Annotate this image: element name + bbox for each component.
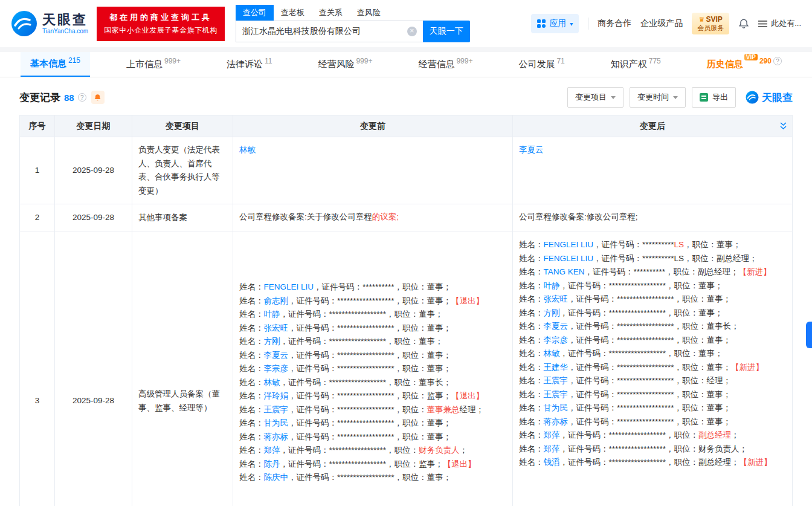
- person-entry: 姓名：甘为民，证件号码：******************，职位：董事；: [239, 417, 506, 430]
- nav-tab-count: 290: [759, 57, 772, 65]
- person-name-link[interactable]: FENGLEI LIU: [544, 254, 594, 263]
- person-name-link[interactable]: 甘为民: [544, 403, 569, 412]
- person-entry: 姓名：蒋亦标，证件号码：******************，职位：董事；: [239, 430, 506, 444]
- change-tag: 【退出】: [451, 296, 484, 305]
- person-name-link[interactable]: 方刚: [264, 337, 280, 346]
- header-change-item: 变更项目: [132, 115, 233, 137]
- cell-after: 李夏云: [513, 137, 793, 204]
- person-name-link[interactable]: 李夏云: [264, 351, 289, 360]
- cell-change-item: 高级管理人员备案（董事、监事、经理等）: [132, 232, 233, 506]
- nav-tab[interactable]: 历史信息VIP290?: [697, 52, 791, 77]
- nav-tab[interactable]: 法律诉讼11: [217, 52, 282, 77]
- info-icon[interactable]: ?: [773, 57, 782, 65]
- search-tab[interactable]: 查关系: [312, 5, 350, 21]
- person-name-link[interactable]: 林敏: [544, 349, 560, 358]
- search-input[interactable]: [236, 21, 423, 42]
- person-entry: 姓名：叶静，证件号码：******************，职位：董事；: [519, 279, 786, 293]
- person-entry: 姓名：李宗彦，证件号码：******************，职位：董事；: [239, 362, 506, 376]
- nav-tab[interactable]: 经营信息999+: [408, 52, 482, 77]
- person-name-link[interactable]: 甘为民: [264, 418, 289, 427]
- cell-before: 公司章程修改备案:关于修改公司章程的议案;: [233, 204, 513, 232]
- person-entry: 姓名：王震宇，证件号码：******************，职位：经理；: [519, 374, 786, 388]
- crown-icon: ♛: [699, 16, 705, 23]
- hamburger-icon: [758, 20, 767, 28]
- section-header: 变更记录 88 ? 变更项目 变更时间 导出 天眼查: [19, 87, 793, 108]
- more-label: 此处有...: [771, 18, 801, 29]
- nav-tabs: 基本信息215上市信息999+法律诉讼11经营风险999+经营信息999+公司发…: [0, 52, 812, 77]
- apps-label: 应用: [549, 18, 566, 29]
- person-name-link[interactable]: 林敏: [264, 378, 280, 387]
- person-name-link[interactable]: 蒋亦标: [264, 432, 289, 441]
- vip-badge: VIP: [744, 54, 758, 60]
- table-row: 22025-09-28其他事项备案公司章程修改备案:关于修改公司章程的议案;公司…: [20, 204, 793, 232]
- section-count: 88: [64, 92, 74, 103]
- person-name-link[interactable]: 王震宇: [544, 376, 569, 385]
- person-name-link[interactable]: 李宗彦: [544, 336, 569, 345]
- cell-before: 林敏: [233, 137, 513, 204]
- filter-change-time-dropdown[interactable]: 变更时间: [630, 87, 686, 108]
- person-name-link[interactable]: 王建华: [544, 363, 569, 372]
- person-name-link[interactable]: FENGLEI LIU: [544, 240, 594, 249]
- side-widget[interactable]: [806, 322, 812, 348]
- person-name-link[interactable]: 陈丹: [264, 459, 280, 469]
- enterprise-link[interactable]: 企业级产品: [640, 18, 683, 29]
- tianyancha-logo[interactable]: 天眼查 TianYanCha.com: [11, 10, 88, 37]
- apps-menu[interactable]: 应用 ▾: [531, 14, 579, 33]
- biz-coop-link[interactable]: 商务合作: [598, 18, 631, 29]
- export-button[interactable]: 导出: [692, 87, 736, 108]
- nav-tab[interactable]: 经营风险999+: [308, 52, 382, 77]
- person-name-link[interactable]: 方刚: [544, 308, 560, 317]
- person-name-link[interactable]: 泮玲娟: [264, 391, 289, 400]
- subscribe-bell-icon[interactable]: [91, 91, 105, 104]
- person-name-link[interactable]: 蒋亦标: [544, 417, 569, 426]
- after-link[interactable]: 李夏云: [519, 145, 544, 154]
- notification-bell-icon[interactable]: [738, 19, 749, 29]
- person-name-link[interactable]: 叶静: [544, 281, 560, 290]
- help-icon[interactable]: ?: [78, 93, 86, 102]
- person-name-link[interactable]: 郑萍: [264, 446, 280, 455]
- search-tab[interactable]: 查风险: [350, 5, 388, 21]
- person-entry: 姓名：郑萍，证件号码：******************，职位：副总经理；: [519, 429, 786, 443]
- person-name-link[interactable]: 郑萍: [544, 430, 560, 440]
- person-entry: 姓名：FENGLEI LIU，证件号码：**********，职位：董事；: [239, 281, 506, 294]
- person-name-link[interactable]: 张宏旺: [264, 323, 289, 332]
- nav-tab[interactable]: 知识产权775: [601, 52, 671, 77]
- search-button[interactable]: 天眼一下: [423, 21, 470, 42]
- before-link[interactable]: 林敏: [239, 145, 256, 154]
- person-name-link[interactable]: TANG KEN: [544, 267, 585, 276]
- cell-before: 姓名：FENGLEI LIU，证件号码：**********，职位：董事；姓名：…: [233, 232, 513, 506]
- tianyancha-logo-icon: [11, 10, 37, 37]
- promo-line2: 国家中小企业发展子基金旗下机构: [104, 25, 218, 36]
- search-tab[interactable]: 查老板: [274, 5, 312, 21]
- change-tag: 【新进】: [740, 458, 772, 467]
- nav-tab[interactable]: 上市信息999+: [117, 52, 190, 77]
- person-name-link[interactable]: 俞志刚: [264, 296, 289, 305]
- person-name-link[interactable]: 王震宇: [544, 390, 569, 399]
- person-entry: 姓名：李夏云，证件号码：******************，职位：董事长；: [519, 320, 786, 334]
- person-name-link[interactable]: 叶静: [264, 310, 280, 319]
- clear-icon[interactable]: ×: [407, 27, 417, 36]
- change-tag: 【新进】: [731, 363, 764, 372]
- person-name-link[interactable]: FENGLEI LIU: [264, 282, 314, 291]
- person-name-link[interactable]: 王震宇: [264, 405, 289, 414]
- person-name-link[interactable]: 钱滔: [544, 458, 560, 467]
- chevron-down-icon: [673, 96, 678, 99]
- person-name-link[interactable]: 李宗彦: [264, 364, 289, 373]
- svip-badge[interactable]: ♛SVIP 会员服务: [692, 13, 729, 35]
- expand-all-icon[interactable]: [779, 122, 787, 132]
- change-records-table: 序号 变更日期 变更项目 变更前 变更后 12025-09-28负责人变更（法定…: [19, 115, 793, 506]
- more-menu[interactable]: 此处有...: [758, 18, 801, 29]
- person-name-link[interactable]: 张宏旺: [544, 294, 569, 303]
- nav-tab[interactable]: 公司发展71: [509, 52, 574, 77]
- person-entry: 姓名：林敏，证件号码：******************，职位：董事长；: [239, 376, 506, 390]
- nav-tab[interactable]: 基本信息215: [21, 52, 90, 77]
- person-name-link[interactable]: 陈庆中: [264, 473, 289, 482]
- search-tab[interactable]: 查公司: [236, 5, 274, 21]
- person-name-link[interactable]: 郑萍: [544, 444, 560, 453]
- watermark-logo-text: 天眼查: [762, 91, 793, 105]
- search-tabs: 查公司查老板查关系查风险: [236, 5, 470, 21]
- person-name-link[interactable]: 李夏云: [544, 322, 569, 331]
- filter-change-item-dropdown[interactable]: 变更项目: [567, 87, 624, 108]
- header-after: 变更后: [513, 115, 793, 137]
- cell-no: 2: [20, 204, 55, 232]
